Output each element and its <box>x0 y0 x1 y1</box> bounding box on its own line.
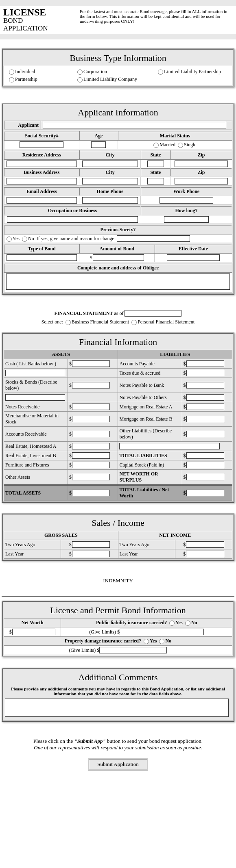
res-zip-input[interactable] <box>175 161 228 167</box>
additional-section: Additional Comments Please provide any a… <box>2 668 234 722</box>
networth-input[interactable] <box>186 474 224 480</box>
ssn-input[interactable] <box>20 141 63 148</box>
prop-yes-radio[interactable] <box>144 639 149 644</box>
pub-yes-radio[interactable] <box>169 621 175 626</box>
effdate-input[interactable] <box>167 254 220 261</box>
bondtype-input[interactable] <box>7 254 77 261</box>
financial-statement-row: FINANCIAL STATEMENT as of <box>0 308 236 318</box>
finstmt-biz-radio[interactable] <box>66 320 71 325</box>
total-liab-input[interactable] <box>186 452 224 459</box>
page-title: LICENSE <box>3 7 76 17</box>
submit-button[interactable]: Submit Application <box>88 758 148 770</box>
biztype-llp-radio[interactable] <box>158 69 163 75</box>
lic-networth-input[interactable] <box>12 629 56 635</box>
license-section: License and Permit Bond Information Net … <box>2 601 234 657</box>
finstmt-date-input[interactable] <box>125 310 181 317</box>
pub-limits-input[interactable] <box>120 629 204 635</box>
biztype-corporation-radio[interactable] <box>77 69 83 75</box>
prev-yes-radio[interactable] <box>7 237 12 242</box>
finstmt-pers-radio[interactable] <box>131 320 137 325</box>
stocks-input[interactable] <box>72 382 110 388</box>
hphone-input[interactable] <box>82 197 138 204</box>
stocks-desc-input[interactable] <box>5 394 65 401</box>
biztype-individual-radio[interactable] <box>9 69 14 75</box>
other-assets-input[interactable] <box>72 474 110 480</box>
capstock-input[interactable] <box>186 462 224 468</box>
biz-state-input[interactable] <box>147 178 164 184</box>
res-state-input[interactable] <box>147 161 164 167</box>
res-addr-input[interactable] <box>7 161 77 167</box>
email-input[interactable] <box>7 197 77 204</box>
header-blurb: For the fastest and most accurate Bond c… <box>76 7 233 24</box>
single-radio[interactable] <box>178 143 183 148</box>
notes-recv-input[interactable] <box>72 404 110 410</box>
total-assets-input[interactable] <box>72 490 110 496</box>
sales-section: Sales / Income GROSS SALES NET INCOME Tw… <box>2 513 234 561</box>
gross-last-input[interactable] <box>72 551 110 557</box>
age-input[interactable] <box>91 141 106 148</box>
prop-no-radio[interactable] <box>159 639 164 644</box>
net-last-input[interactable] <box>186 551 224 557</box>
furn-input[interactable] <box>72 462 110 468</box>
notes-others-input[interactable] <box>186 394 224 401</box>
indemnity-heading: INDEMNITY <box>0 569 236 592</box>
additional-textarea[interactable] <box>5 699 229 717</box>
page-header: LICENSE BOND APPLICATION For the fastest… <box>0 6 236 34</box>
mort-a-input[interactable] <box>186 404 224 410</box>
amount-input[interactable] <box>93 254 144 261</box>
wphone-input[interactable] <box>160 197 213 204</box>
merch-input[interactable] <box>72 416 110 422</box>
net-two-input[interactable] <box>186 541 224 548</box>
biztype-llc-radio[interactable] <box>77 77 83 82</box>
obligee-textarea[interactable] <box>6 273 229 290</box>
total-ln-input[interactable] <box>186 490 224 496</box>
applicant-input[interactable] <box>43 122 226 128</box>
biztype-partnership-radio[interactable] <box>9 77 14 82</box>
footer-note: Please click on the "Submit App" button … <box>0 736 236 753</box>
re-b-input[interactable] <box>72 452 110 459</box>
accts-payable-input[interactable] <box>186 360 224 367</box>
banks-input[interactable] <box>5 370 65 376</box>
biz-addr-input[interactable] <box>7 178 77 184</box>
accts-recv-input[interactable] <box>72 431 110 437</box>
re-a-input[interactable] <box>72 443 110 449</box>
applicant-section: Applicant Information Applicant Social S… <box>2 103 234 295</box>
occupation-input[interactable] <box>7 216 138 223</box>
biz-zip-input[interactable] <box>175 178 228 184</box>
other-liab-desc-input[interactable] <box>119 443 219 449</box>
pub-no-radio[interactable] <box>185 621 190 626</box>
biz-city-input[interactable] <box>82 178 138 184</box>
other-liab-input[interactable] <box>186 431 224 437</box>
howlong-input[interactable] <box>164 216 209 223</box>
gross-two-input[interactable] <box>72 541 110 548</box>
financial-section: Financial Information ASSETS LIABILITIES… <box>2 332 234 503</box>
notes-bank-input[interactable] <box>186 382 224 388</box>
prop-limits-input[interactable] <box>99 647 167 653</box>
married-radio[interactable] <box>153 143 159 148</box>
cash-input[interactable] <box>72 360 110 367</box>
taxes-input[interactable] <box>186 370 224 376</box>
prev-no-radio[interactable] <box>22 237 27 242</box>
business-type-section: Business Type Information Individual Cor… <box>2 48 234 87</box>
prev-reason-input[interactable] <box>117 235 190 242</box>
mort-b-input[interactable] <box>186 416 224 422</box>
res-city-input[interactable] <box>82 161 138 167</box>
